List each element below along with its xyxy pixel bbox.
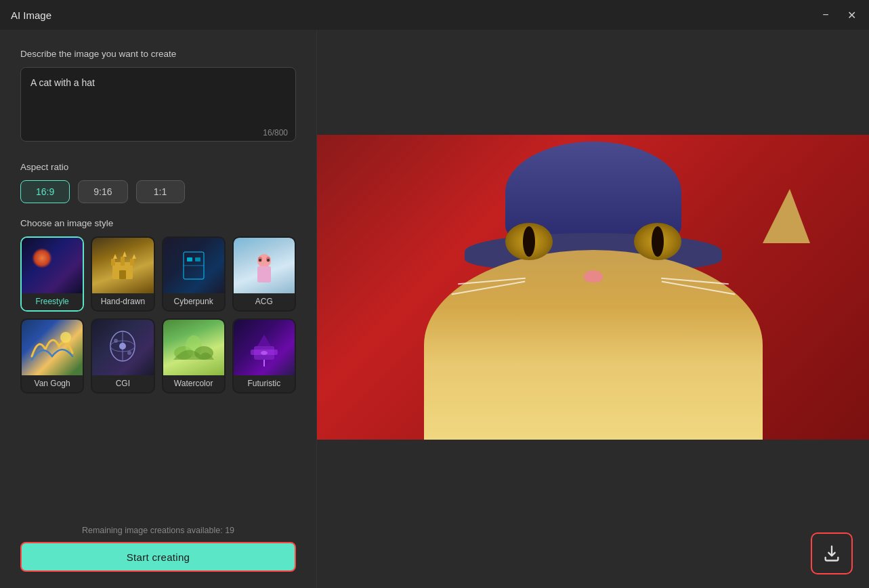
style-item-hand-drawn[interactable]: Hand-drawn <box>91 236 154 312</box>
cat-eye-right <box>634 223 681 260</box>
prompt-input[interactable]: A cat with a hat <box>20 67 296 142</box>
style-thumb-watercolor <box>163 320 224 375</box>
svg-marker-30 <box>257 335 271 346</box>
style-item-van-gogh[interactable]: Van Gogh <box>20 318 84 394</box>
aspect-btn-16-9[interactable]: 16:9 <box>20 180 70 203</box>
style-thumb-hand-drawn <box>92 238 153 293</box>
aspect-ratio-section: Aspect ratio 16:9 9:16 1:1 <box>20 162 296 203</box>
style-label-van-gogh: Van Gogh <box>22 375 83 392</box>
svg-rect-15 <box>257 266 271 282</box>
svg-marker-4 <box>113 254 117 259</box>
left-panel: Describe the image you want to create A … <box>0 30 317 588</box>
style-thumb-acg <box>234 238 295 293</box>
style-thumb-cgi <box>92 320 153 375</box>
futuristic-decoration <box>240 329 288 366</box>
window-controls: − ✕ <box>819 8 858 22</box>
app-window: AI Image − ✕ Describe the image you want… <box>0 0 869 588</box>
style-thumb-freestyle <box>22 238 83 293</box>
castle-decoration <box>106 249 140 282</box>
char-count: 16/800 <box>263 128 288 138</box>
cgi-decoration <box>101 327 145 368</box>
content-area: Describe the image you want to create A … <box>0 30 869 588</box>
style-thumb-futuristic <box>234 320 295 375</box>
svg-marker-5 <box>123 251 127 257</box>
titlebar: AI Image − ✕ <box>0 0 869 30</box>
style-label-cgi: CGI <box>92 375 153 392</box>
download-btn-wrapper <box>811 532 853 574</box>
style-item-cyberpunk[interactable]: Cyberpunk <box>162 236 226 312</box>
svg-rect-7 <box>119 270 126 279</box>
acg-decoration <box>245 247 282 285</box>
style-item-cgi[interactable]: CGI <box>91 318 154 394</box>
style-item-freestyle[interactable]: Freestyle <box>20 236 84 312</box>
cat-eye-left <box>505 223 553 260</box>
create-button[interactable]: Start creating <box>20 542 296 572</box>
vangogh-decoration <box>28 329 76 366</box>
image-bottom-space <box>317 507 869 588</box>
svg-point-32 <box>261 351 268 355</box>
style-item-acg[interactable]: ACG <box>232 236 296 312</box>
cyberpunk-decoration <box>173 245 214 286</box>
image-top-space <box>317 30 869 135</box>
svg-point-23 <box>114 339 118 343</box>
close-button[interactable]: ✕ <box>845 8 858 22</box>
svg-marker-6 <box>132 254 136 259</box>
cat-image <box>317 135 869 440</box>
bottom-bar: Remaining image creations available: 19 … <box>20 515 296 572</box>
right-panel <box>317 30 869 588</box>
svg-point-16 <box>259 259 261 261</box>
cat-nose <box>584 270 603 282</box>
style-label-futuristic: Futuristic <box>234 375 295 392</box>
style-label-freestyle: Freestyle <box>22 293 83 310</box>
style-item-futuristic[interactable]: Futuristic <box>232 318 296 394</box>
prompt-wrapper: A cat with a hat 16/800 <box>20 67 296 144</box>
svg-point-18 <box>60 332 71 343</box>
svg-rect-2 <box>121 257 125 266</box>
style-section: Choose an image style Freestyle <box>20 218 296 394</box>
style-label-acg: ACG <box>234 293 295 310</box>
style-thumb-van-gogh <box>22 320 83 375</box>
cat-scene <box>317 135 869 440</box>
style-label-hand-drawn: Hand-drawn <box>92 293 153 310</box>
prompt-label: Describe the image you want to create <box>20 49 296 59</box>
style-label-cyberpunk: Cyberpunk <box>163 293 224 310</box>
minimize-button[interactable]: − <box>819 8 832 22</box>
svg-rect-3 <box>130 259 134 266</box>
style-thumb-cyberpunk <box>163 238 224 293</box>
style-grid: Freestyle <box>20 236 296 394</box>
svg-point-17 <box>267 259 270 261</box>
download-icon <box>822 544 841 563</box>
style-label: Choose an image style <box>20 218 296 228</box>
aspect-btn-1-1[interactable]: 1:1 <box>136 180 185 203</box>
style-item-watercolor[interactable]: Watercolor <box>162 318 226 394</box>
watercolor-decoration <box>170 329 217 366</box>
aspect-ratio-label: Aspect ratio <box>20 162 296 172</box>
svg-rect-1 <box>111 259 115 266</box>
aspect-btn-9-16[interactable]: 9:16 <box>78 180 127 203</box>
aspect-buttons: 16:9 9:16 1:1 <box>20 180 296 203</box>
generated-image-area <box>317 135 869 507</box>
window-title: AI Image <box>11 9 51 21</box>
svg-point-22 <box>119 343 126 350</box>
remaining-text: Remaining image creations available: 19 <box>20 526 296 535</box>
svg-rect-10 <box>195 257 200 261</box>
style-label-watercolor: Watercolor <box>163 375 224 392</box>
svg-point-24 <box>127 351 131 355</box>
download-button[interactable] <box>811 532 853 574</box>
svg-rect-9 <box>187 257 192 261</box>
cat-ear-right <box>763 189 810 243</box>
